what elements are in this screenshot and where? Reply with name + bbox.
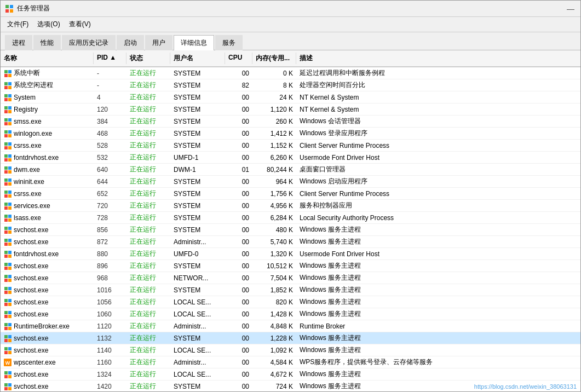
table-row[interactable]: svchost.exe1060正在运行LOCAL SE...001,428 KW…: [1, 308, 580, 320]
status-cell: 正在运行: [126, 248, 170, 260]
svg-rect-74: [4, 279, 8, 282]
cpu-cell: 00: [225, 105, 252, 114]
status-cell: 正在运行: [126, 296, 170, 308]
table-row[interactable]: svchost.exe1140正在运行LOCAL SE...001,092 KW…: [1, 344, 580, 356]
table-row[interactable]: svchost.exe1132正在运行SYSTEM001,228 KWindow…: [1, 332, 580, 344]
tab-用户[interactable]: 用户: [145, 35, 172, 50]
table-row[interactable]: lsass.exe728正在运行SYSTEM006,284 KLocal Sec…: [1, 212, 580, 224]
table-row[interactable]: svchost.exe1016正在运行SYSTEM001,852 KWindow…: [1, 284, 580, 296]
process-name-text: wpscenter.exe: [14, 359, 56, 366]
table-row[interactable]: smss.exe384正在运行SYSTEM00260 KWindows 会话管理…: [1, 116, 580, 128]
svg-rect-1: [10, 5, 13, 8]
status-cell: 正在运行: [126, 224, 170, 235]
process-icon: [4, 202, 11, 210]
cpu-cell: 00: [225, 309, 252, 319]
svg-rect-58: [4, 230, 8, 234]
svg-rect-83: [8, 303, 11, 306]
svg-rect-4: [4, 70, 8, 73]
menu-item[interactable]: 查看(V): [65, 18, 95, 31]
menu-item[interactable]: 文件(F): [3, 18, 33, 31]
table-row[interactable]: 系统中断-正在运行SYSTEM000 K延迟过程调用和中断服务例程: [1, 67, 580, 79]
tab-服务[interactable]: 服务: [215, 35, 243, 50]
process-name-text: svchost.exe: [14, 286, 48, 294]
table-row[interactable]: fontdrvhost.exe532正在运行UMFD-1006,260 KUse…: [1, 152, 580, 164]
process-name-cell: svchost.exe: [1, 333, 94, 343]
svg-rect-85: [8, 311, 11, 314]
desc-cell: Windows 服务主进程: [296, 368, 580, 380]
user-cell: UMFD-1: [170, 153, 225, 163]
table-row[interactable]: winlogon.exe468正在运行SYSTEM001,412 KWindow…: [1, 128, 580, 140]
tab-进程[interactable]: 进程: [5, 35, 32, 50]
table-row[interactable]: svchost.exe1056正在运行LOCAL SE...00820 KWin…: [1, 296, 580, 308]
desc-cell: 桌面窗口管理器: [296, 164, 580, 175]
table-row[interactable]: svchost.exe968正在运行NETWOR...007,504 KWind…: [1, 272, 580, 284]
cpu-cell: 00: [225, 225, 252, 235]
desc-cell: NT Kernel & System: [296, 93, 580, 102]
table-row[interactable]: csrss.exe528正在运行SYSTEM001,152 KClient Se…: [1, 140, 580, 152]
table-row[interactable]: fontdrvhost.exe880正在运行UMFD-0001,320 KUse…: [1, 248, 580, 260]
process-name-text: System: [14, 94, 36, 101]
process-name-text: svchost.exe: [14, 310, 48, 318]
svg-rect-93: [8, 335, 11, 338]
minimize-button[interactable]: —: [565, 3, 576, 14]
table-row[interactable]: Registry120正在运行SYSTEM001,120 KNT Kernel …: [1, 103, 580, 116]
table-row[interactable]: dwm.exe640正在运行DWM-10180,244 K桌面窗口管理器: [1, 164, 580, 176]
column-header-0[interactable]: 名称: [1, 53, 94, 64]
table-row[interactable]: csrss.exe652正在运行SYSTEM001,756 KClient Se…: [1, 188, 580, 200]
table-row[interactable]: svchost.exe856正在运行SYSTEM00480 KWindows 服…: [1, 224, 580, 236]
process-name-cell: lsass.exe: [1, 212, 94, 223]
table-row[interactable]: wininit.exe644正在运行SYSTEM00964 KWindows 启…: [1, 176, 580, 188]
tab-应用历史记录[interactable]: 应用历史记录: [62, 35, 116, 50]
table-row[interactable]: System4正在运行SYSTEM0024 KNT Kernel & Syste…: [1, 91, 580, 103]
svg-rect-63: [8, 243, 11, 246]
svg-rect-68: [4, 263, 8, 266]
process-icon: [4, 347, 11, 354]
table-row[interactable]: Wwpscenter.exe1160正在运行Administr...004,58…: [1, 356, 580, 368]
pid-cell: 4: [94, 93, 126, 102]
column-header-1[interactable]: PID ▲: [94, 53, 126, 64]
cpu-cell: 00: [225, 285, 252, 295]
tab-启动[interactable]: 启动: [117, 35, 144, 50]
cpu-cell: 00: [225, 297, 252, 307]
table-row[interactable]: svchost.exe1324正在运行LOCAL SE...004,672 KW…: [1, 368, 580, 381]
memory-cell: 4,584 K: [252, 358, 296, 367]
table-row[interactable]: services.exe720正在运行SYSTEM004,956 K服务和控制器…: [1, 200, 580, 212]
svg-rect-36: [4, 166, 8, 170]
process-name-text: svchost.exe: [14, 238, 48, 246]
svg-rect-30: [4, 146, 8, 149]
process-name-cell: 系统空闲进程: [1, 79, 94, 91]
table-row[interactable]: 系统空闲进程-正在运行SYSTEM828 K处理器空闲时间百分比: [1, 79, 580, 91]
desc-cell: Windows 服务主进程: [296, 260, 580, 272]
tab-详细信息[interactable]: 详细信息: [174, 35, 214, 50]
tab-性能[interactable]: 性能: [33, 35, 61, 50]
column-header-2[interactable]: 状态: [126, 53, 170, 64]
table-row[interactable]: RuntimeBroker.exe1120正在运行Administr...004…: [1, 320, 580, 332]
memory-cell: 1,852 K: [252, 285, 296, 295]
process-icon: [4, 166, 11, 174]
user-cell: UMFD-0: [170, 249, 225, 259]
svg-rect-9: [8, 82, 11, 85]
column-header-4[interactable]: CPU: [225, 53, 252, 64]
cpu-cell: 00: [225, 68, 252, 78]
column-header-6[interactable]: 描述: [296, 53, 580, 64]
column-header-5[interactable]: 内存(专用...: [252, 53, 296, 64]
svg-rect-76: [4, 287, 8, 290]
pid-cell: -: [94, 80, 126, 90]
svg-rect-12: [4, 94, 8, 97]
table-row[interactable]: svchost.exe872正在运行Administr...005,740 KW…: [1, 236, 580, 248]
memory-cell: 24 K: [252, 93, 296, 102]
svg-rect-53: [8, 215, 11, 218]
menu-item[interactable]: 选项(O): [33, 18, 64, 31]
svg-rect-72: [4, 275, 8, 278]
user-cell: SYSTEM: [170, 225, 225, 235]
process-name-cell: RuntimeBroker.exe: [1, 321, 94, 331]
table-header: 名称PID ▲状态用户名CPU内存(专用...描述: [1, 50, 580, 67]
svg-rect-18: [4, 110, 8, 113]
column-header-3[interactable]: 用户名: [170, 53, 225, 64]
desc-cell: Windows 服务主进程: [296, 296, 580, 308]
table-row[interactable]: svchost.exe896正在运行SYSTEM0010,512 KWindow…: [1, 260, 580, 272]
desc-cell: Windows 登录应用程序: [296, 128, 580, 139]
svg-rect-40: [4, 178, 8, 182]
svg-rect-10: [4, 86, 8, 89]
process-name-text: svchost.exe: [14, 262, 48, 270]
